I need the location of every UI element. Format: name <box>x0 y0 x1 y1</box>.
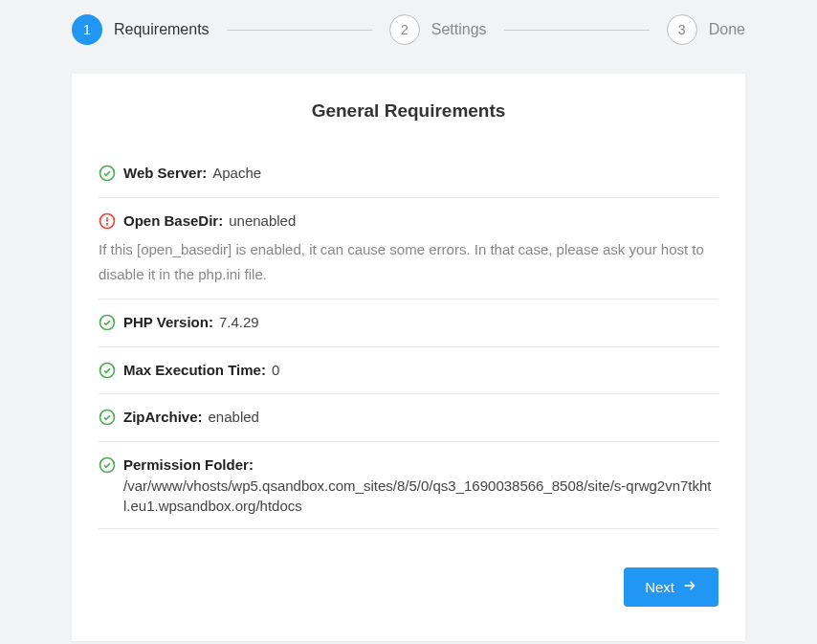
req-permfolder: Permission Folder: /var/www/vhosts/wp5.q… <box>99 442 718 530</box>
svg-point-3 <box>107 223 108 224</box>
req-label: ZipArchive <box>123 409 198 425</box>
card-title: General Requirements <box>99 100 718 122</box>
req-value: 7.4.29 <box>219 314 259 330</box>
step-requirements[interactable]: 1 Requirements <box>72 14 210 45</box>
step-number-3: 3 <box>667 14 697 45</box>
req-label: Web Server <box>123 165 202 181</box>
step-connector <box>227 30 372 31</box>
step-done[interactable]: 3 Done <box>667 14 745 45</box>
req-openbasedir: Open BaseDir:unenabled If this [open_bas… <box>99 198 718 300</box>
req-value: unenabled <box>229 212 296 229</box>
next-button-label: Next <box>645 579 674 595</box>
step-number-1: 1 <box>72 14 102 45</box>
stepper: 1 Requirements 2 Settings 3 Done <box>72 14 745 45</box>
step-number-2: 2 <box>389 14 420 45</box>
check-circle-icon <box>99 165 116 182</box>
req-ziparchive: ZipArchive:enabled <box>99 394 718 442</box>
req-webserver: Web Server:Apache <box>99 150 718 198</box>
req-label: PHP Version <box>123 314 209 330</box>
step-connector <box>504 30 650 31</box>
step-label-settings: Settings <box>431 21 487 38</box>
req-label: Permission Folder <box>123 456 249 473</box>
check-circle-icon <box>99 314 116 331</box>
req-phpversion: PHP Version:7.4.29 <box>99 300 718 347</box>
requirements-card: General Requirements Web Server:Apache O… <box>72 74 745 641</box>
check-circle-icon <box>99 456 116 474</box>
req-label: Open BaseDir <box>123 212 218 229</box>
alert-circle-icon <box>99 212 116 230</box>
req-value: enabled <box>209 409 259 425</box>
step-label-requirements: Requirements <box>114 21 210 38</box>
step-label-done: Done <box>709 21 745 38</box>
req-value: Apache <box>212 165 261 181</box>
req-maxexec: Max Execution Time:0 <box>99 347 718 395</box>
req-note: If this [open_basedir] is enabled, it ca… <box>99 237 718 286</box>
arrow-right-icon <box>682 578 697 596</box>
req-value: /var/www/vhosts/wp5.qsandbox.com_sites/8… <box>123 476 718 516</box>
next-button[interactable]: Next <box>624 567 718 607</box>
req-label: Max Execution Time <box>123 362 261 378</box>
check-circle-icon <box>99 362 116 379</box>
check-circle-icon <box>99 409 116 426</box>
step-settings[interactable]: 2 Settings <box>389 14 487 45</box>
req-value: 0 <box>272 362 279 378</box>
